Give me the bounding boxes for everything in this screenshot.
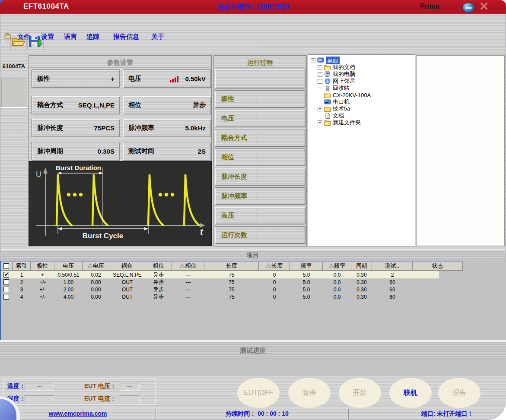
burst-pulse [184,174,199,225]
model-preview-box [1,79,27,108]
param-voltage[interactable]: 电压0.50kV [123,69,211,88]
burst-pulse [92,174,108,225]
row-checkbox-cell[interactable]: ✔ [1,271,13,278]
table-cell: 4 [13,293,31,300]
table-cell: 0.50/0.51 [54,271,83,278]
table-border [504,261,504,313]
table-cell: 0.30 [351,293,372,300]
row-checkbox-cell[interactable] [1,293,13,300]
row-checkbox-cell[interactable] [1,286,13,293]
tree-expander[interactable]: + [318,79,322,84]
save-file-button[interactable] [27,34,44,50]
table-cell: 2.00 [54,286,83,293]
run-row-pulse-length: 脉冲长度 [215,168,306,186]
table-cell: OUT [109,293,145,300]
row-checkbox[interactable]: ✔ [3,272,9,278]
param-pulse-length[interactable]: 脉冲长度75PCS [32,119,120,137]
column-header: △相位 [172,262,204,270]
menu-app-icon [4,33,11,39]
column-header: △电压 [83,262,109,270]
tree-item-network-places[interactable]: +网上邻居 [318,78,355,85]
tree-item-cx-20kv-100a[interactable]: CX-20KV-100A [318,92,371,98]
table-cell: +/- [31,278,54,286]
table-row[interactable]: 4+/-4.000.00OUT异步---7505.00.00.3060 [1,293,461,300]
open-file-button[interactable] [10,34,27,50]
row-checkbox-cell[interactable] [1,278,13,286]
tree-item-my-computer[interactable]: +我的电脑 [318,71,355,78]
eut-voltage-label: EUT 电压： [84,382,116,390]
tree-expander[interactable]: + [318,107,322,111]
run-row-label: 高压 [221,212,234,220]
tree-item-document[interactable]: 文档 [318,112,344,119]
signal-bars-icon [170,76,179,82]
pause-button[interactable]: 暂停 [288,378,331,408]
tree-expander[interactable]: - [311,58,315,63]
select-all-cell[interactable] [1,262,13,270]
tree-expander[interactable]: + [318,65,322,70]
test-progress-title: 测试进度 [0,342,506,359]
table-cell: 75 [204,293,259,300]
param-coupling[interactable]: 耦合方式SEQ.L,N,PE [32,96,120,114]
param-pulse-frequency[interactable]: 脉冲频率5.0kHz [123,119,211,137]
eut-voltage-value: --- [120,383,140,391]
table-row[interactable]: 2+/-1.000.00OUT异步---7505.00.00.3060 [1,278,461,286]
folder-icon [324,120,331,126]
column-header: 频率 [290,262,323,270]
computer-icon [324,71,331,77]
row-checkbox[interactable] [3,279,9,285]
tree-expander[interactable]: + [318,120,322,125]
param-label: 相位 [128,101,141,109]
tree-expander[interactable]: + [318,72,322,77]
row-checkbox[interactable] [3,294,9,300]
column-header: △长度 [259,262,290,270]
table-cell: 1 [13,271,31,278]
param-label: 耦合方式 [37,101,63,109]
file-tree-panel: -桌面+我的文档+我的电脑+网上邻居回收站CX-20KV-100A串口机+技术5… [308,54,415,247]
param-polarity[interactable]: 极性+ [32,69,120,88]
run-row-label: 运行次数 [221,231,247,239]
desktop-icon [317,57,324,63]
run-process-panel: 运行过程 极性电压耦合方式相位脉冲长度脉冲频率高压运行次数 [213,55,307,247]
tree-item-serial-machine[interactable]: 串口机 [318,98,350,105]
table-cell: 0.02 [83,271,109,278]
param-value: 2S [198,148,206,155]
report-button[interactable]: 报告 [438,378,481,408]
minimize-button[interactable] [462,3,474,13]
tree-item-tech-5a[interactable]: +技术5a [318,105,350,112]
run-row-voltage: 电压 [215,110,306,127]
tree-item-new-folder[interactable]: +新建文件夹 [318,119,361,126]
tree-item-desktop[interactable]: -桌面 [311,57,340,64]
window-title: EFT61004TA [23,2,69,11]
row-checkbox[interactable] [3,287,9,292]
network-icon [324,78,331,84]
run-row-label: 相位 [221,153,234,161]
tree-item-my-documents[interactable]: +我的文档 [318,64,355,71]
table-cell: 异步 [145,293,172,300]
param-pulse-period[interactable]: 脉冲周期0.30S [32,142,120,161]
table-row[interactable]: 3+/-2.000.00OUT异步---7505.00.00.3060 [1,286,461,293]
param-phase[interactable]: 相位异步 [123,96,211,114]
tree-item-recycle-bin[interactable]: 回收站 [318,85,350,92]
column-header: 状态 [413,262,463,270]
column-header: 索引 [13,262,31,270]
select-all-checkbox[interactable] [3,263,9,269]
parameter-panel-title: 参数设置 [30,57,210,68]
connect-button[interactable]: 联机 [389,378,432,408]
start-button[interactable]: 开始 [339,378,381,408]
column-header: 测试.. [372,262,413,270]
tree-item-label: 回收站 [333,84,350,92]
website-link[interactable]: www.emcprima.com [13,410,143,417]
column-header: △频率 [323,262,351,270]
eut-current-label: EUT 电流： [84,395,116,403]
param-test-time[interactable]: 测试时间2S [123,142,211,161]
table-cell: --- [172,278,204,286]
menu-item-language[interactable]: 语言 [64,33,77,41]
table-cell: 0.0 [323,271,351,278]
menu-item-about[interactable]: 关于 [151,33,164,41]
table-row[interactable]: ✔1+0.50/0.510.02SEQ.L,N,PE异步---7505.00.0… [1,271,439,278]
table-cell: 0 [259,271,290,278]
close-button[interactable]: ✕ [476,0,492,13]
eut-off-button[interactable]: EUT|OFF [237,378,280,408]
menu-item-trace[interactable]: 追踪 [86,33,99,41]
menu-item-report-info[interactable]: 报告信息 [113,33,139,41]
